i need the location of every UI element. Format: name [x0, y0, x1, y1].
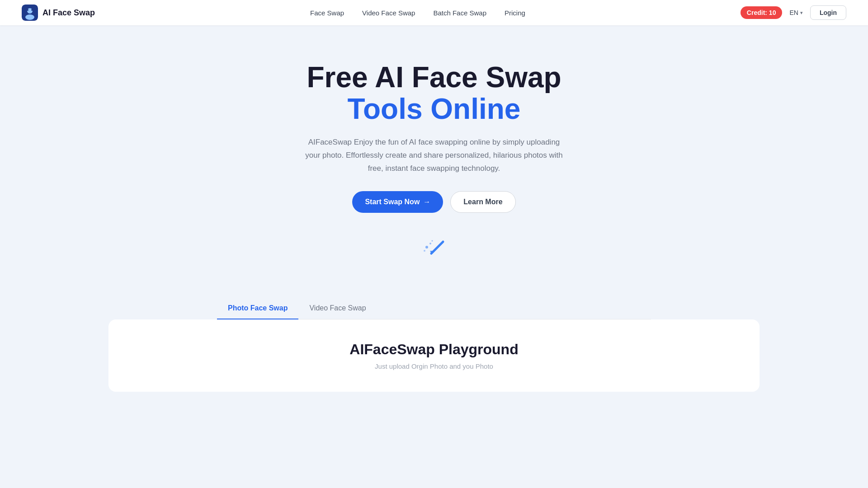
- brand: AI Face Swap: [22, 5, 95, 21]
- credit-badge: Credit: 10: [741, 6, 783, 19]
- svg-point-9: [424, 250, 425, 252]
- lang-label: EN: [789, 9, 798, 16]
- nav-video-face-swap[interactable]: Video Face Swap: [362, 9, 415, 17]
- brand-name: AI Face Swap: [42, 8, 95, 18]
- magic-wand-icon: [418, 235, 450, 267]
- tabs-bar: Photo Face Swap Video Face Swap: [217, 298, 651, 319]
- login-button[interactable]: Login: [810, 5, 846, 20]
- navbar-right: Credit: 10 EN ▾ Login: [741, 5, 846, 20]
- svg-point-6: [429, 243, 431, 244]
- arrow-icon: →: [423, 198, 430, 206]
- tab-photo-face-swap[interactable]: Photo Face Swap: [217, 298, 298, 319]
- svg-point-5: [425, 246, 428, 249]
- svg-point-1: [27, 8, 33, 14]
- hero-title-line2: Tools Online: [307, 93, 561, 125]
- chevron-down-icon: ▾: [800, 10, 803, 16]
- svg-point-4: [31, 9, 33, 11]
- playground-title: AIFaceSwap Playground: [130, 341, 738, 358]
- nav-pricing[interactable]: Pricing: [505, 9, 525, 17]
- hero-title-line1: Free AI Face Swap: [307, 61, 561, 93]
- playground-subtitle: Just upload Orgin Photo and you Photo: [130, 362, 738, 370]
- svg-line-7: [431, 242, 443, 253]
- lang-selector[interactable]: EN ▾: [789, 9, 802, 16]
- nav-links: Face Swap Video Face Swap Batch Face Swa…: [310, 9, 525, 17]
- playground-card: AIFaceSwap Playground Just upload Orgin …: [108, 319, 760, 392]
- nav-face-swap[interactable]: Face Swap: [310, 9, 344, 17]
- learn-more-button[interactable]: Learn More: [450, 191, 515, 213]
- svg-point-2: [25, 14, 34, 20]
- hero-section: Free AI Face Swap Tools Online AIFaceSwa…: [0, 25, 868, 298]
- logo-icon: [22, 5, 38, 21]
- magic-icon-wrapper: [418, 235, 450, 269]
- tabs-section: Photo Face Swap Video Face Swap: [0, 298, 868, 319]
- hero-subtitle: AIFaceSwap Enjoy the fun of AI face swap…: [303, 136, 565, 175]
- hero-buttons: Start Swap Now → Learn More: [352, 191, 515, 213]
- nav-batch-face-swap[interactable]: Batch Face Swap: [433, 9, 486, 17]
- navbar: AI Face Swap Face Swap Video Face Swap B…: [0, 0, 868, 25]
- svg-point-3: [27, 9, 28, 11]
- tab-video-face-swap[interactable]: Video Face Swap: [298, 298, 377, 319]
- svg-point-10: [432, 240, 433, 242]
- start-swap-button[interactable]: Start Swap Now →: [352, 191, 443, 213]
